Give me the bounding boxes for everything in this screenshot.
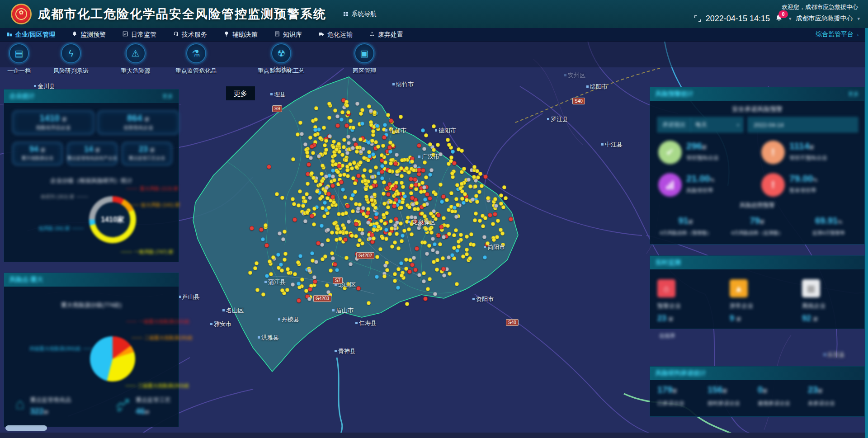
map-marker-yellow[interactable]: [298, 121, 302, 125]
map-marker-red[interactable]: [417, 172, 421, 176]
vertical-scrollbar[interactable]: [865, 28, 868, 438]
map-marker-yellow[interactable]: [323, 143, 327, 147]
map-marker-yellow[interactable]: [432, 260, 436, 264]
map-marker-red[interactable]: [409, 177, 413, 181]
map-marker-yellow[interactable]: [253, 266, 257, 270]
map-marker-yellow[interactable]: [400, 158, 404, 162]
map-marker-yellow[interactable]: [420, 181, 425, 185]
map-marker-yellow[interactable]: [349, 119, 353, 123]
map-marker-gray[interactable]: [442, 273, 446, 278]
map-marker-yellow[interactable]: [248, 271, 252, 275]
map-marker-gray[interactable]: [307, 297, 311, 301]
map-marker-gray[interactable]: [431, 248, 435, 252]
map-marker-red[interactable]: [509, 217, 513, 221]
map-marker-yellow[interactable]: [454, 197, 458, 201]
map-marker-yellow[interactable]: [422, 271, 426, 275]
map-marker-yellow[interactable]: [291, 197, 295, 201]
map-marker-blue[interactable]: [279, 263, 283, 267]
map-marker-gray[interactable]: [326, 228, 330, 232]
map-marker-gray[interactable]: [482, 235, 486, 239]
map-marker-gray[interactable]: [417, 273, 421, 277]
map-marker-yellow[interactable]: [321, 206, 325, 210]
map-marker-yellow[interactable]: [396, 246, 401, 250]
map-marker-yellow[interactable]: [271, 255, 275, 259]
subnav-item-重点监管危化工艺[interactable]: ☢重点监管危化工艺: [258, 43, 305, 75]
map-marker-yellow[interactable]: [314, 118, 318, 122]
map-marker-yellow[interactable]: [472, 243, 476, 247]
map-marker-gray[interactable]: [494, 204, 498, 208]
map-marker-blue[interactable]: [313, 128, 317, 132]
map-marker-red[interactable]: [380, 170, 384, 174]
map-marker-yellow[interactable]: [375, 255, 379, 259]
map-marker-yellow[interactable]: [407, 170, 411, 174]
map-marker-yellow[interactable]: [326, 196, 330, 200]
map-marker-yellow[interactable]: [393, 272, 397, 276]
map-marker-gray[interactable]: [352, 137, 356, 141]
map-marker-gray[interactable]: [300, 132, 304, 136]
map-marker-red[interactable]: [413, 268, 418, 272]
map-marker-yellow[interactable]: [343, 195, 347, 199]
map-marker-yellow[interactable]: [367, 150, 371, 154]
map-marker-yellow[interactable]: [400, 181, 404, 185]
map-marker-yellow[interactable]: [407, 227, 411, 231]
map-marker-yellow[interactable]: [429, 231, 434, 235]
map-marker-yellow[interactable]: [327, 116, 331, 120]
map-marker-yellow[interactable]: [283, 258, 287, 262]
map-marker-blue[interactable]: [403, 194, 407, 198]
system-nav-button[interactable]: 系统导航: [344, 10, 377, 18]
map-marker-gray[interactable]: [345, 151, 349, 155]
map-marker-yellow[interactable]: [345, 168, 349, 172]
map-marker-yellow[interactable]: [469, 232, 473, 236]
map-marker-yellow[interactable]: [393, 279, 397, 283]
map-marker-yellow[interactable]: [305, 151, 309, 155]
map-marker-blue[interactable]: [317, 127, 321, 132]
map-marker-yellow[interactable]: [371, 133, 375, 137]
map-marker-red[interactable]: [386, 192, 391, 197]
map-marker-yellow[interactable]: [327, 206, 331, 210]
map-marker-yellow[interactable]: [351, 126, 355, 130]
map-marker-gray[interactable]: [349, 262, 353, 266]
map-marker-yellow[interactable]: [322, 214, 326, 218]
map-marker-yellow[interactable]: [424, 133, 428, 137]
map-marker-yellow[interactable]: [344, 158, 348, 162]
map-marker-yellow[interactable]: [473, 218, 477, 222]
map-marker-red[interactable]: [382, 135, 387, 140]
map-marker-yellow[interactable]: [346, 110, 350, 114]
map-marker-blue[interactable]: [374, 212, 378, 216]
map-marker-blue[interactable]: [388, 150, 392, 154]
map-marker-yellow[interactable]: [338, 237, 342, 241]
map-marker-yellow[interactable]: [336, 170, 340, 174]
map-marker-yellow[interactable]: [381, 236, 385, 240]
map-marker-yellow[interactable]: [378, 247, 382, 251]
map-marker-yellow[interactable]: [388, 169, 392, 173]
map-marker-yellow[interactable]: [486, 241, 490, 245]
map-marker-red[interactable]: [267, 165, 271, 169]
map-marker-yellow[interactable]: [280, 196, 284, 200]
map-marker-gray[interactable]: [331, 256, 335, 260]
map-marker-red[interactable]: [410, 263, 415, 267]
map-marker-yellow[interactable]: [372, 228, 376, 232]
map-marker-yellow[interactable]: [285, 288, 289, 292]
map-marker-red[interactable]: [326, 192, 331, 196]
map-marker-yellow[interactable]: [390, 245, 394, 249]
map-marker-yellow[interactable]: [306, 182, 310, 186]
map-marker-red[interactable]: [310, 144, 314, 149]
map-marker-yellow[interactable]: [255, 288, 259, 292]
map-marker-red[interactable]: [417, 143, 421, 148]
chevron-down-icon[interactable]: ▾: [789, 16, 792, 22]
map-marker-yellow[interactable]: [325, 283, 329, 287]
map-marker-yellow[interactable]: [300, 278, 304, 282]
map-marker-yellow[interactable]: [359, 137, 363, 141]
map-marker-yellow[interactable]: [410, 160, 414, 164]
map-marker-gray[interactable]: [355, 257, 359, 261]
map-marker-yellow[interactable]: [435, 258, 439, 262]
map-marker-gray[interactable]: [281, 237, 285, 241]
map-marker-blue[interactable]: [265, 274, 269, 278]
map-marker-yellow[interactable]: [261, 292, 265, 297]
map-marker-yellow[interactable]: [376, 145, 380, 149]
map-marker-yellow[interactable]: [345, 104, 349, 108]
map-marker-red[interactable]: [345, 204, 350, 208]
map-marker-yellow[interactable]: [287, 271, 291, 275]
map-marker-yellow[interactable]: [460, 197, 464, 201]
map-marker-yellow[interactable]: [410, 184, 414, 188]
